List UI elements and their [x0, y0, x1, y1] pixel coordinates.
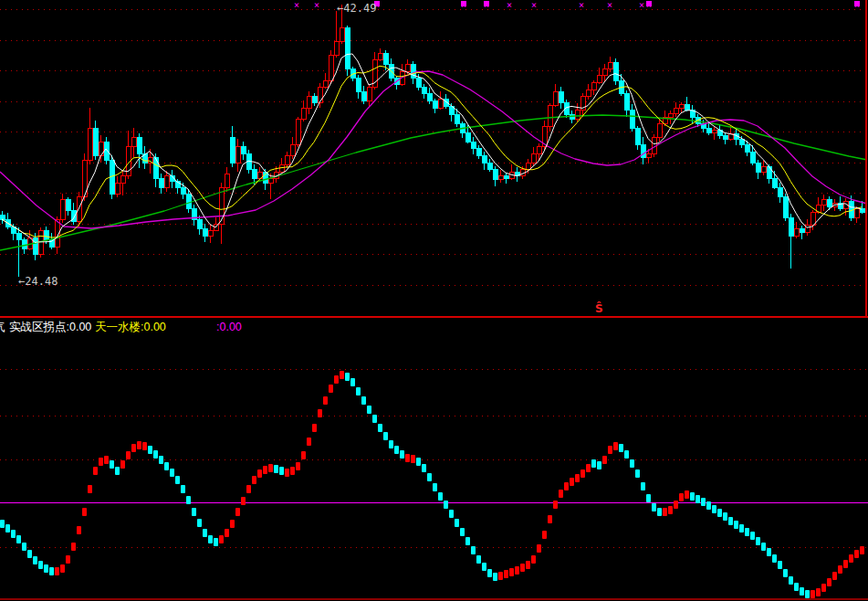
- svg-text:×: ×: [314, 0, 319, 10]
- indicator2-status[interactable]: 天一水楼:0.00: [95, 319, 166, 335]
- svg-text:×: ×: [531, 0, 537, 10]
- clipped-edge-glyph: 气: [0, 319, 7, 335]
- indicator1-label[interactable]: 实战区拐点:: [9, 321, 69, 333]
- svg-text:×: ×: [507, 0, 512, 10]
- indicator1-status[interactable]: 实战区拐点:0.00: [9, 319, 91, 335]
- low-price-label: 24.48: [25, 275, 58, 288]
- high-price-label: 42.49: [343, 2, 376, 15]
- right-border-line: [865, 0, 867, 317]
- svg-text:×: ×: [639, 0, 644, 10]
- stock-chart-window: ×××××××××××× ←42.49 ←24.48 Ŝ 气 实战区拐点:0.0…: [0, 0, 868, 601]
- svg-text:×: ×: [579, 0, 584, 10]
- indicator2-label[interactable]: 天一水楼:: [95, 321, 143, 333]
- high-price-annotation: ←42.49: [337, 3, 376, 15]
- indicator3-status[interactable]: :0.00: [216, 319, 242, 335]
- svg-text:×: ×: [607, 0, 612, 10]
- indicator2-value: 0.00: [143, 321, 165, 333]
- sell-signal-marker: Ŝ: [595, 302, 603, 315]
- indicator-status-bar: 气 实战区拐点:0.00 天一水楼:0.00 :0.00: [0, 319, 868, 335]
- bottom-border-line: [0, 598, 868, 600]
- indicator1-value: 0.00: [69, 321, 91, 333]
- chart-canvas[interactable]: ××××××××××××: [0, 0, 868, 601]
- panel-separator-line: [0, 316, 868, 318]
- indicator3-value: 0.00: [219, 321, 241, 333]
- svg-text:×: ×: [294, 0, 299, 10]
- low-price-annotation: ←24.48: [18, 276, 58, 288]
